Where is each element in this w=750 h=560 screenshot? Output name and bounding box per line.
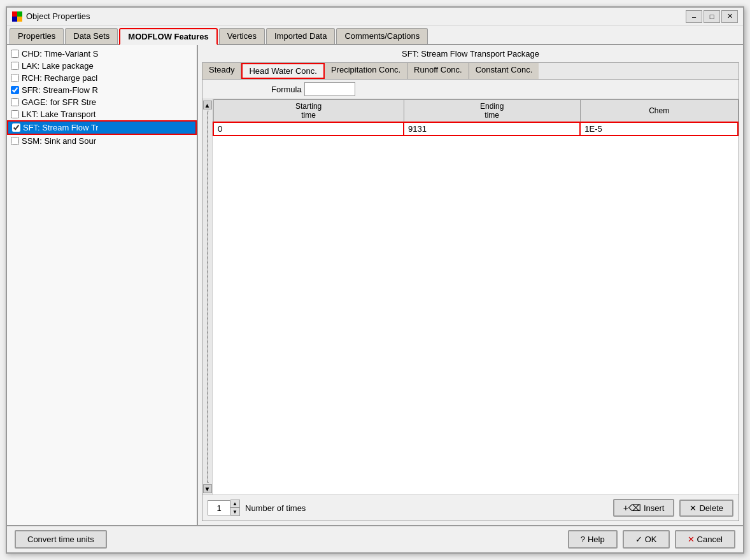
sub-tab-precipitation-conc[interactable]: Precipitation Conc. bbox=[325, 63, 407, 79]
sft-checkbox[interactable] bbox=[12, 123, 20, 132]
tab-comments-captions[interactable]: Comments/Captions bbox=[336, 28, 428, 44]
gage-label: GAGE: for SFR Stre bbox=[22, 97, 96, 107]
sft-label: SFT: Stream Flow Tr bbox=[23, 123, 98, 132]
close-button[interactable]: ✕ bbox=[721, 10, 738, 23]
main-window: Object Properties – □ ✕ Properties Data … bbox=[6, 6, 744, 554]
convert-label: Convert time units bbox=[27, 535, 94, 544]
list-item-lkt[interactable]: LKT: Lake Transport bbox=[7, 108, 197, 120]
tab-vertices[interactable]: Vertices bbox=[219, 28, 265, 44]
col-header-starting-time: Startingtime bbox=[213, 100, 404, 123]
gage-checkbox[interactable] bbox=[11, 98, 19, 106]
num-times-label: Number of times bbox=[245, 503, 306, 513]
sub-tab-head-water-conc[interactable]: Head Water Conc. bbox=[241, 63, 324, 79]
lkt-label: LKT: Lake Transport bbox=[22, 109, 96, 119]
help-label: Help bbox=[588, 535, 605, 544]
tab-modflow-features[interactable]: MODFLOW Features bbox=[119, 28, 217, 45]
cell-chem[interactable]: 1E-5 bbox=[580, 122, 738, 136]
sfr-label: SFR: Stream-Flow R bbox=[22, 85, 98, 95]
cancel-button[interactable]: ✕ Cancel bbox=[675, 530, 735, 549]
tab-properties[interactable]: Properties bbox=[10, 28, 64, 44]
chd-label: CHD: Time-Variant S bbox=[22, 49, 98, 59]
main-content: CHD: Time-Variant S LAK: Lake package RC… bbox=[7, 45, 743, 525]
tab-imported-data[interactable]: Imported Data bbox=[266, 28, 335, 44]
col-header-chem: Chem bbox=[580, 100, 738, 123]
left-panel: CHD: Time-Variant S LAK: Lake package RC… bbox=[7, 45, 198, 525]
cell-starting-time[interactable]: 0 bbox=[213, 122, 404, 136]
formula-label: Formula bbox=[271, 85, 302, 94]
ok-button[interactable]: ✓ OK bbox=[623, 530, 670, 549]
ok-icon: ✓ bbox=[635, 535, 642, 544]
sub-tab-steady[interactable]: Steady bbox=[202, 63, 241, 79]
ssm-label: SSM: Sink and Sour bbox=[22, 136, 96, 146]
title-bar: Object Properties – □ ✕ bbox=[7, 8, 743, 25]
data-table: Startingtime Endingtime Chem 0 9131 1E-5 bbox=[213, 99, 739, 136]
sfr-checkbox[interactable] bbox=[11, 86, 19, 94]
cell-ending-time[interactable]: 9131 bbox=[404, 122, 580, 136]
list-item-sfr[interactable]: SFR: Stream-Flow R bbox=[7, 84, 197, 96]
insert-label: Insert bbox=[644, 503, 665, 513]
svg-rect-3 bbox=[17, 17, 22, 22]
chd-checkbox[interactable] bbox=[11, 50, 19, 58]
lak-label: LAK: Lake package bbox=[22, 61, 94, 71]
bottom-toolbar: ▲ ▼ Number of times +⌫ Insert ✕ Delete bbox=[202, 494, 739, 521]
delete-icon: ✕ bbox=[690, 503, 697, 513]
insert-button[interactable]: +⌫ Insert bbox=[613, 499, 675, 517]
list-item-gage[interactable]: GAGE: for SFR Stre bbox=[7, 96, 197, 108]
cancel-label: Cancel bbox=[697, 535, 723, 544]
convert-time-units-button[interactable]: Convert time units bbox=[15, 530, 107, 549]
panel-title: SFT: Stream Flow Transport Package bbox=[202, 49, 739, 59]
insert-icon: +⌫ bbox=[623, 503, 641, 513]
rch-label: RCH: Recharge pacl bbox=[22, 73, 97, 83]
window-controls: – □ ✕ bbox=[686, 10, 738, 23]
list-item-chd[interactable]: CHD: Time-Variant S bbox=[7, 48, 197, 60]
svg-rect-0 bbox=[12, 11, 17, 17]
scroll-indicator: ▲ ▼ bbox=[202, 99, 213, 494]
sub-tab-constant-conc[interactable]: Constant Conc. bbox=[469, 63, 539, 79]
table-container: Startingtime Endingtime Chem 0 9131 1E-5 bbox=[213, 99, 739, 494]
maximize-button[interactable]: □ bbox=[704, 10, 720, 23]
svg-rect-1 bbox=[17, 11, 22, 17]
num-times-input[interactable] bbox=[208, 500, 230, 515]
list-item-rch[interactable]: RCH: Recharge pacl bbox=[7, 72, 197, 84]
sub-tab-bar: Steady Head Water Conc. Precipitation Co… bbox=[202, 62, 739, 79]
help-icon: ? bbox=[581, 535, 585, 544]
list-item-sft[interactable]: SFT: Stream Flow Tr bbox=[7, 120, 197, 135]
formula-row: Formula bbox=[202, 80, 739, 99]
scroll-down-button[interactable]: ▼ bbox=[203, 484, 212, 493]
sub-tab-runoff-conc[interactable]: Runoff Conc. bbox=[407, 63, 469, 79]
scroll-up-button[interactable]: ▲ bbox=[203, 101, 212, 109]
lak-checkbox[interactable] bbox=[11, 62, 19, 70]
help-button[interactable]: ? Help bbox=[568, 530, 618, 549]
lkt-checkbox[interactable] bbox=[11, 110, 19, 118]
col-header-ending-time: Endingtime bbox=[404, 100, 580, 123]
window-title: Object Properties bbox=[26, 11, 686, 21]
rch-checkbox[interactable] bbox=[11, 74, 19, 82]
svg-rect-2 bbox=[12, 17, 17, 22]
scroll-track bbox=[207, 111, 208, 483]
delete-button[interactable]: ✕ Delete bbox=[679, 500, 733, 517]
main-tab-bar: Properties Data Sets MODFLOW Features Ve… bbox=[7, 25, 743, 45]
minimize-button[interactable]: – bbox=[686, 10, 702, 23]
formula-input[interactable] bbox=[304, 82, 355, 96]
content-panel: Formula ▲ ▼ Star bbox=[202, 79, 739, 521]
spinner-up-button[interactable]: ▲ bbox=[230, 500, 239, 508]
tab-data-sets[interactable]: Data Sets bbox=[65, 28, 118, 44]
delete-label: Delete bbox=[699, 503, 723, 513]
app-icon bbox=[12, 11, 22, 22]
list-item-lak[interactable]: LAK: Lake package bbox=[7, 60, 197, 72]
footer: Convert time units ? Help ✓ OK ✕ Cancel bbox=[7, 525, 743, 552]
cancel-icon: ✕ bbox=[688, 535, 695, 544]
spinner-container: ▲ ▼ bbox=[208, 500, 240, 516]
ok-label: OK bbox=[645, 535, 657, 544]
right-panel: SFT: Stream Flow Transport Package Stead… bbox=[198, 45, 743, 525]
list-item-ssm[interactable]: SSM: Sink and Sour bbox=[7, 135, 197, 147]
table-row[interactable]: 0 9131 1E-5 bbox=[213, 122, 738, 136]
spinner-down-button[interactable]: ▼ bbox=[230, 508, 239, 515]
ssm-checkbox[interactable] bbox=[11, 137, 19, 145]
